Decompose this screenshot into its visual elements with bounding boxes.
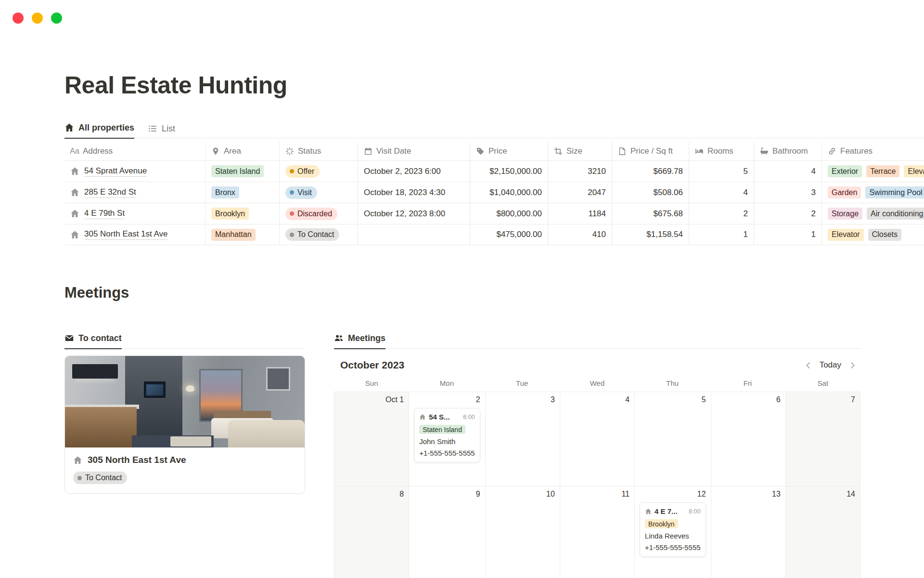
bathroom-cell[interactable]: 3 bbox=[754, 182, 822, 203]
house-icon bbox=[70, 230, 79, 239]
tab-to-contact[interactable]: To contact bbox=[64, 333, 122, 349]
price_sqft-cell[interactable]: $508.06 bbox=[612, 182, 689, 203]
column-header-label: Area bbox=[224, 146, 241, 156]
house-icon bbox=[73, 456, 82, 465]
minimize-button[interactable] bbox=[32, 13, 43, 24]
calendar-day-cell[interactable]: 13 bbox=[711, 486, 786, 578]
column-header-price_sqft[interactable]: Price / Sq ft bbox=[612, 142, 689, 160]
size-cell[interactable]: 3210 bbox=[548, 161, 612, 182]
area-cell[interactable]: Brooklyn bbox=[205, 203, 280, 224]
address-cell[interactable]: 54 Spratt Avenue bbox=[64, 161, 205, 182]
day-number: 4 bbox=[565, 395, 629, 404]
calendar-day-cell[interactable]: 124 E 7...8:00BrooklynLinda Reeves+1-555… bbox=[635, 486, 711, 578]
features-cell[interactable]: GardenSwimming Pool bbox=[822, 182, 924, 203]
rooms-cell[interactable]: 2 bbox=[689, 203, 754, 224]
price-cell[interactable]: $800,000.00 bbox=[470, 203, 548, 224]
column-header-label: Size bbox=[566, 146, 582, 156]
price_sqft-cell[interactable]: $675.68 bbox=[612, 203, 689, 224]
event-title: 54 S... bbox=[429, 413, 449, 421]
column-header-area[interactable]: Area bbox=[205, 142, 280, 160]
status-badge-label: Offer bbox=[297, 167, 314, 176]
meetings-heading: Meetings bbox=[64, 284, 129, 302]
today-button[interactable]: Today bbox=[820, 360, 841, 370]
bed-icon bbox=[695, 147, 704, 156]
column-header-bathroom[interactable]: Bathroom bbox=[754, 142, 822, 160]
calendar-day-cell[interactable]: 6 bbox=[711, 392, 786, 486]
address-cell[interactable]: 305 North East 1st Ave bbox=[64, 224, 205, 245]
zoom-button[interactable] bbox=[51, 13, 62, 24]
area-cell[interactable]: Staten Island bbox=[205, 161, 280, 182]
visit_date-cell[interactable]: October 12, 2023 8:00 bbox=[358, 203, 470, 224]
address-cell[interactable]: 285 E 32nd St bbox=[64, 182, 205, 203]
chevron-right-icon[interactable] bbox=[848, 361, 857, 369]
status-badge-label: To Contact bbox=[85, 473, 122, 483]
calendar-day-cell[interactable]: 10 bbox=[486, 486, 560, 578]
feature-badge: Elevator bbox=[904, 165, 924, 177]
price-cell[interactable]: $2,150,000.00 bbox=[470, 161, 548, 182]
calendar-day-cell[interactable]: 5 bbox=[635, 392, 711, 486]
event-time: 6:00 bbox=[463, 414, 475, 420]
column-header-visit_date[interactable]: Visit Date bbox=[358, 142, 470, 160]
day-number: 12 bbox=[640, 490, 706, 499]
column-header-rooms[interactable]: Rooms bbox=[689, 142, 754, 160]
calendar-day-cell[interactable]: 7 bbox=[786, 392, 860, 486]
event-contact-phone: +1-555-555-5555 bbox=[419, 449, 475, 457]
tab-all-properties[interactable]: All properties bbox=[64, 123, 134, 139]
column-header-price[interactable]: Price bbox=[470, 142, 548, 160]
calendar-day-cell[interactable]: 9 bbox=[409, 486, 486, 578]
features-cell[interactable]: ExteriorTerraceElevator bbox=[822, 161, 924, 182]
status-cell[interactable]: Discarded bbox=[280, 203, 358, 224]
status-cell[interactable]: Offer bbox=[280, 161, 358, 182]
bathroom-cell[interactable]: 1 bbox=[754, 224, 822, 245]
features-cell[interactable]: StorageAir conditioning bbox=[822, 203, 924, 224]
calendar-day-cell[interactable]: 8 bbox=[334, 486, 409, 578]
day-number: 2 bbox=[414, 395, 480, 404]
bathroom-cell[interactable]: 2 bbox=[754, 203, 822, 224]
address-cell[interactable]: 4 E 79th St bbox=[64, 203, 205, 224]
close-button[interactable] bbox=[13, 13, 24, 24]
chevron-left-icon[interactable] bbox=[804, 361, 812, 369]
tab-meetings[interactable]: Meetings bbox=[334, 333, 385, 349]
area-badge: Manhattan bbox=[211, 229, 256, 241]
calendar-event-card[interactable]: 4 E 7...8:00BrooklynLinda Reeves+1-555-5… bbox=[640, 502, 706, 557]
size-cell[interactable]: 410 bbox=[548, 224, 612, 245]
status-dot bbox=[290, 211, 294, 216]
rooms-cell[interactable]: 1 bbox=[689, 224, 754, 245]
column-header-size[interactable]: Size bbox=[548, 142, 612, 160]
calendar-day-cell[interactable]: 11 bbox=[560, 486, 635, 578]
price_sqft-cell[interactable]: $669.78 bbox=[612, 161, 689, 182]
status-cell[interactable]: To Contact bbox=[280, 224, 358, 245]
status-cell[interactable]: Visit bbox=[280, 182, 358, 203]
column-header-status[interactable]: Status bbox=[280, 142, 358, 160]
status-badge: To Contact bbox=[285, 228, 339, 241]
column-header-address[interactable]: AaAddress bbox=[64, 142, 205, 160]
calendar-day-cell[interactable]: 14 bbox=[786, 486, 860, 578]
column-header-label: Features bbox=[840, 146, 873, 156]
visit_date-cell[interactable]: October 2, 2023 6:00 bbox=[358, 161, 470, 182]
price-cell[interactable]: $475,000.00 bbox=[470, 224, 548, 245]
calendar-day-cell[interactable]: 254 S...6:00Staten IslandJohn Smith+1-55… bbox=[409, 392, 486, 486]
features-cell[interactable]: ElevatorClosets bbox=[822, 224, 924, 245]
bathroom-cell[interactable]: 4 bbox=[754, 161, 822, 182]
area-cell[interactable]: Manhattan bbox=[205, 224, 280, 245]
column-header-features[interactable]: Features bbox=[822, 142, 924, 160]
envelope-icon bbox=[64, 333, 74, 343]
tab-list[interactable]: List bbox=[148, 124, 175, 139]
calendar-day-cell[interactable]: 4 bbox=[560, 392, 635, 486]
burst-icon bbox=[285, 147, 294, 156]
calendar-event-card[interactable]: 54 S...6:00Staten IslandJohn Smith+1-555… bbox=[414, 408, 480, 462]
rooms-cell[interactable]: 5 bbox=[689, 161, 754, 182]
address-link: 305 North East 1st Ave bbox=[70, 229, 168, 240]
calendar-day-cell[interactable]: 3 bbox=[486, 392, 560, 486]
property-card[interactable]: 305 North East 1st Ave To Contact bbox=[64, 355, 305, 494]
price_sqft-cell[interactable]: $1,158.54 bbox=[612, 224, 689, 245]
table-body: 54 Spratt AvenueStaten IslandOfferOctobe… bbox=[64, 160, 924, 245]
visit_date-cell[interactable]: October 18, 2023 4:30 bbox=[358, 182, 470, 203]
area-cell[interactable]: Bronx bbox=[205, 182, 280, 203]
visit_date-cell[interactable] bbox=[358, 224, 470, 245]
calendar-day-cell[interactable]: Oct 1 bbox=[334, 392, 409, 486]
size-cell[interactable]: 2047 bbox=[548, 182, 612, 203]
rooms-cell[interactable]: 4 bbox=[689, 182, 754, 203]
price-cell[interactable]: $1,040,000.00 bbox=[470, 182, 548, 203]
size-cell[interactable]: 1184 bbox=[548, 203, 612, 224]
